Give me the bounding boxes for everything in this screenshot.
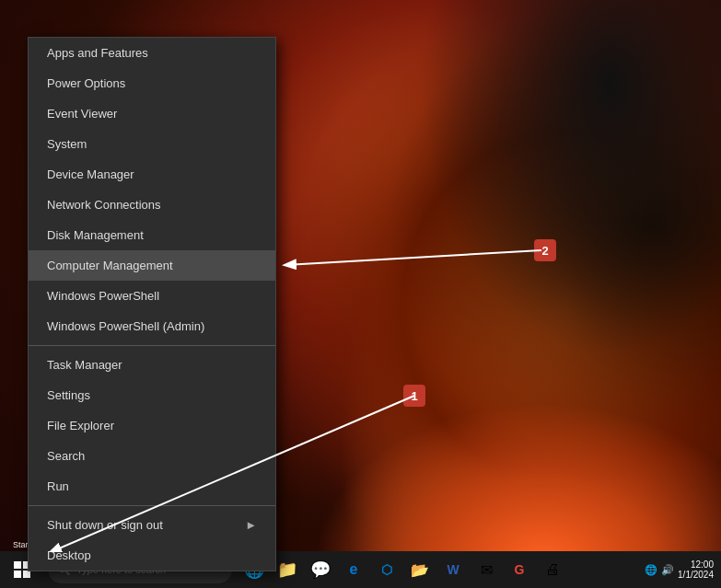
- menu-item-power-options[interactable]: Power Options: [29, 68, 275, 98]
- menu-divider-2: [29, 505, 275, 506]
- menu-item-file-explorer[interactable]: File Explorer: [29, 410, 275, 441]
- taskbar-icon-chat[interactable]: 💬: [306, 555, 335, 584]
- taskbar-icon-word[interactable]: W: [438, 555, 468, 584]
- menu-item-shutdown[interactable]: Shut down or sign out ►: [29, 510, 275, 540]
- taskbar-icons: 🌐 📁 💬 e ⬡ 📂 W ✉ G 🖨: [239, 555, 567, 584]
- menu-item-run[interactable]: Run: [29, 471, 275, 502]
- taskbar-icon-edge[interactable]: e: [339, 555, 368, 584]
- menu-item-windows-powershell[interactable]: Windows PowerShell: [29, 281, 275, 311]
- taskbar-icon-vscode[interactable]: ⬡: [372, 555, 401, 584]
- svg-rect-6: [23, 571, 30, 578]
- annotation-badge-2: 2: [534, 239, 556, 261]
- taskbar-icon-files[interactable]: 📂: [405, 555, 435, 584]
- arrow-icon: ►: [245, 518, 257, 532]
- menu-item-network-connections[interactable]: Network Connections: [29, 190, 275, 220]
- menu-item-task-manager[interactable]: Task Manager: [29, 350, 275, 380]
- taskbar-system-tray: 🌐 🔊 12:001/1/2024: [645, 559, 721, 580]
- menu-item-search[interactable]: Search: [29, 441, 275, 471]
- menu-item-system[interactable]: System: [29, 129, 275, 159]
- taskbar-icon-mail[interactable]: ✉: [471, 555, 501, 584]
- svg-rect-3: [14, 561, 21, 569]
- tray-time: 12:001/1/2024: [678, 559, 714, 580]
- taskbar-icon-misc[interactable]: 🖨: [538, 555, 567, 584]
- menu-item-apps-features[interactable]: Apps and Features: [29, 38, 275, 68]
- menu-item-windows-powershell-admin[interactable]: Windows PowerShell (Admin): [29, 311, 275, 341]
- svg-rect-5: [14, 571, 21, 578]
- tray-network-icon: 🌐: [645, 564, 657, 576]
- menu-item-device-manager[interactable]: Device Manager: [29, 159, 275, 190]
- taskbar-icon-google[interactable]: G: [505, 555, 534, 584]
- context-menu: Apps and Features Power Options Event Vi…: [28, 37, 276, 571]
- annotation-badge-1: 1: [403, 385, 425, 407]
- tray-sound-icon: 🔊: [661, 564, 674, 576]
- menu-item-desktop[interactable]: Desktop: [29, 540, 275, 571]
- taskbar-icon-folder[interactable]: 📁: [273, 555, 302, 584]
- menu-item-settings[interactable]: Settings: [29, 380, 275, 410]
- menu-item-computer-management[interactable]: Computer Management: [29, 250, 275, 281]
- menu-divider-1: [29, 345, 275, 346]
- menu-item-event-viewer[interactable]: Event Viewer: [29, 98, 275, 129]
- menu-item-disk-management[interactable]: Disk Management: [29, 220, 275, 250]
